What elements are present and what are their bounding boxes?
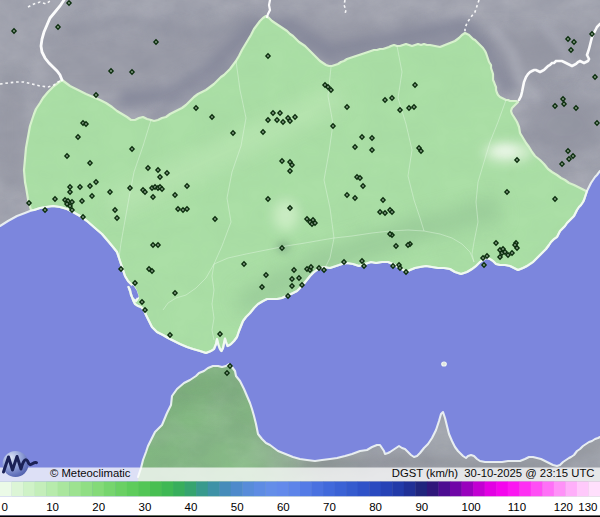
svg-text:30: 30 [139,501,152,513]
svg-text:110: 110 [508,501,526,513]
svg-text:10: 10 [46,501,59,513]
svg-text:80: 80 [369,501,382,513]
svg-text:DGST (km/h) 30-10-2025 @ 23:1: DGST (km/h) 30-10-2025 @ 23:15 UTC [392,467,595,479]
svg-text:100: 100 [462,501,481,513]
svg-text:20: 20 [92,501,105,513]
svg-text:© Meteoclimatic: © Meteoclimatic [50,467,131,479]
svg-text:0: 0 [2,501,8,513]
svg-text:120: 120 [554,501,573,513]
svg-text:130: 130 [578,501,597,513]
svg-text:70: 70 [323,501,336,513]
svg-text:40: 40 [185,501,198,513]
svg-text:90: 90 [415,501,428,513]
svg-text:50: 50 [231,501,244,513]
svg-text:60: 60 [277,501,290,513]
